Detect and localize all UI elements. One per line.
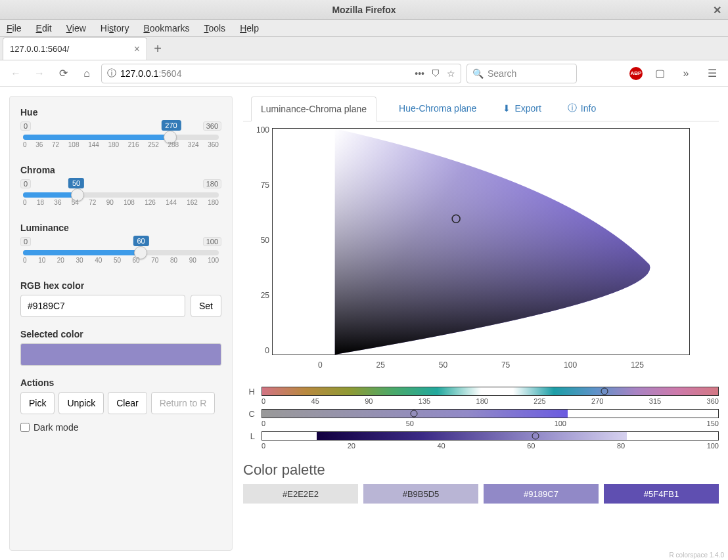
bar-l-marker [532, 433, 539, 440]
luminance-slider[interactable]: 0 100 60 0102030405060708090100 [20, 237, 221, 269]
info-icon[interactable]: ⓘ [107, 68, 116, 79]
clear-button[interactable]: Clear [108, 392, 147, 414]
darkmode-input[interactable] [20, 423, 30, 432]
darkmode-checkbox[interactable]: Dark mode [20, 422, 221, 433]
url-host: 127.0.0.1 [120, 68, 158, 79]
set-button[interactable]: Set [191, 295, 221, 317]
overflow-icon[interactable]: » [677, 64, 695, 83]
url-port: :5604 [158, 68, 181, 79]
tab-lc-plane[interactable]: Luminance-Chroma plane [251, 97, 376, 121]
home-button[interactable]: ⌂ [78, 64, 96, 83]
abp-icon[interactable]: ABP [629, 67, 643, 80]
menu-bookmarks[interactable]: Bookmarks [143, 23, 189, 33]
footer-text: R colorspace 1.4.0 [670, 551, 724, 559]
tab-label: 127.0.0.1:5604/ [10, 44, 69, 54]
main-panel: Luminance-Chroma plane Hue-Chroma plane … [243, 96, 719, 551]
palette-swatch[interactable]: #9189C7 [484, 484, 599, 504]
tab-close-button[interactable]: × [134, 43, 140, 55]
actions-label: Actions [20, 377, 221, 388]
palette-title: Color palette [243, 462, 719, 479]
palette-swatch[interactable]: #B9B5D5 [363, 484, 478, 504]
luminance-value-badge: 60 [133, 236, 148, 246]
unpick-button[interactable]: Unpick [58, 392, 104, 414]
forward-button[interactable]: → [30, 64, 49, 83]
hamburger-icon[interactable]: ☰ [703, 64, 721, 83]
page-actions-icon[interactable]: ••• [415, 68, 424, 79]
palette-swatch[interactable]: #E2E2E2 [243, 484, 358, 504]
hex-label: RGB hex color [20, 280, 221, 291]
return-button[interactable]: Return to R [151, 392, 216, 414]
palette-row: #E2E2E2#B9B5D5#9189C7#5F4FB1 [243, 484, 719, 504]
hue-slider[interactable]: 0 360 270 03672108144180216252288324360 [20, 121, 221, 153]
menu-help[interactable]: Help [240, 23, 259, 33]
chroma-label: Chroma [20, 165, 221, 175]
window-titlebar: Mozilla Firefox ✕ [0, 0, 728, 20]
bar-h-label: H [243, 387, 255, 397]
pocket-icon[interactable]: ⛉ [431, 68, 440, 79]
chroma-value-badge: 50 [68, 178, 84, 188]
hue-label: Hue [20, 107, 221, 118]
sidebar-icon[interactable]: ▢ [650, 64, 669, 83]
selected-color-swatch [20, 343, 221, 366]
chroma-slider[interactable]: 0 180 50 01836547290108126144162180 [20, 179, 221, 211]
search-placeholder: Search [488, 68, 516, 79]
window-close-button[interactable]: ✕ [713, 4, 721, 16]
hue-min: 0 [20, 121, 31, 131]
tab-info[interactable]: ⓘInfo [564, 96, 600, 121]
search-bar[interactable]: 🔍 Search [466, 64, 577, 83]
menu-history[interactable]: History [101, 23, 129, 33]
luminance-max: 100 [203, 237, 221, 246]
bar-c[interactable] [262, 409, 719, 418]
browser-tab[interactable]: 127.0.0.1:5604/ × [3, 37, 147, 60]
bar-l[interactable] [262, 431, 719, 441]
luminance-label: Luminance [20, 223, 221, 233]
new-tab-button[interactable]: + [147, 37, 168, 60]
menu-tools[interactable]: Tools [204, 23, 225, 33]
url-bar[interactable]: ⓘ 127.0.0.1:5604 ••• ⛉ ☆ [101, 64, 461, 83]
reload-button[interactable]: ⟳ [54, 64, 72, 83]
hue-max: 360 [203, 121, 221, 131]
tab-hc-plane[interactable]: Hue-Chroma plane [395, 97, 480, 120]
hex-input[interactable] [20, 295, 185, 317]
menu-file[interactable]: File [7, 23, 22, 33]
bar-h[interactable] [262, 387, 719, 396]
download-icon: ⬇ [503, 103, 511, 114]
menu-edit[interactable]: Edit [36, 23, 52, 33]
browser-menubar: File Edit View History Bookmarks Tools H… [0, 20, 728, 37]
back-button[interactable]: ← [7, 64, 25, 83]
bookmark-star-icon[interactable]: ☆ [447, 68, 455, 79]
window-title: Mozilla Firefox [332, 5, 396, 15]
menu-view[interactable]: View [66, 23, 86, 33]
lc-plot: 1007550250 [243, 125, 703, 381]
bar-h-marker [601, 388, 608, 395]
luminance-min: 0 [20, 237, 31, 246]
pick-button[interactable]: Pick [20, 392, 55, 414]
hcl-bars: H 04590135180225270315360 C 050100150 L [243, 384, 719, 451]
controls-panel: Hue 0 360 270 03672108144180216252288324… [9, 96, 233, 551]
palette-swatch[interactable]: #5F4FB1 [604, 484, 719, 504]
tab-export[interactable]: ⬇Export [499, 97, 545, 120]
bar-c-label: C [243, 409, 255, 419]
search-icon: 🔍 [472, 68, 484, 79]
view-tabs: Luminance-Chroma plane Hue-Chroma plane … [243, 96, 719, 121]
bar-c-marker [411, 410, 418, 418]
selected-color-label: Selected color [20, 329, 221, 339]
bar-l-label: L [243, 431, 255, 441]
darkmode-label: Dark mode [34, 422, 78, 433]
chroma-max: 180 [203, 179, 221, 188]
browser-navbar: ← → ⟳ ⌂ ⓘ 127.0.0.1:5604 ••• ⛉ ☆ 🔍 Searc… [0, 60, 728, 87]
chroma-min: 0 [20, 179, 31, 188]
hue-value-badge: 270 [161, 120, 181, 131]
info-icon: ⓘ [568, 102, 577, 114]
browser-tabbar: 127.0.0.1:5604/ × + [0, 37, 728, 60]
